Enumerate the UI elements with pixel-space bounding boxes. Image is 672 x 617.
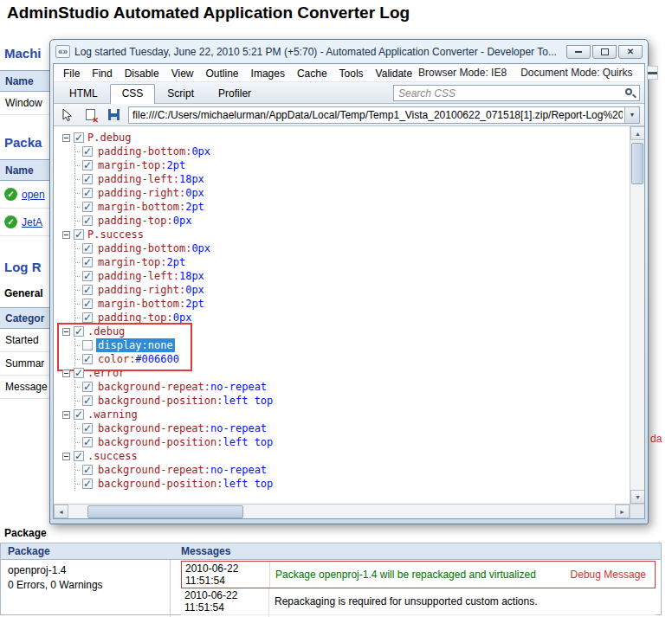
property-checkbox[interactable] [82, 299, 93, 309]
property-checkbox[interactable] [82, 174, 93, 184]
tab-script[interactable]: Script [155, 84, 206, 103]
css-property-row[interactable]: background-repeat : no-repeat [75, 421, 630, 435]
property-checkbox[interactable] [82, 243, 93, 254]
maximize-button[interactable] [592, 45, 617, 59]
vertical-scrollbar[interactable]: ▲ ▼ [630, 126, 644, 504]
horizontal-scroll-thumb[interactable] [87, 505, 243, 518]
pin-button[interactable] [647, 66, 658, 80]
css-property-row[interactable]: padding-top : 0px [75, 214, 630, 228]
css-property-row[interactable]: padding-right : 0px [75, 186, 630, 200]
menu-item-file[interactable]: File [57, 66, 86, 81]
property-checkbox[interactable] [82, 285, 93, 295]
document-mode-label[interactable]: Document Mode: Quirks [520, 67, 632, 79]
css-property-row[interactable]: background-repeat : no-repeat [75, 380, 630, 394]
scroll-right-button[interactable]: ► [615, 505, 630, 518]
css-property-row[interactable]: display : none [75, 338, 630, 352]
vertical-scroll-thumb[interactable] [631, 143, 643, 184]
tab-css[interactable]: CSS [110, 84, 156, 104]
property-checkbox[interactable] [82, 479, 93, 489]
css-property-row[interactable]: margin-top : 2pt [75, 255, 630, 269]
rule-checkbox[interactable] [74, 326, 84, 337]
property-checkbox[interactable] [82, 437, 93, 447]
property-text: margin-bottom : 2pt [96, 297, 206, 311]
tab-profiler[interactable]: Profiler [206, 84, 263, 103]
collapse-icon[interactable] [62, 370, 70, 377]
collapse-icon[interactable] [62, 453, 70, 460]
property-checkbox[interactable] [82, 160, 93, 170]
property-checkbox[interactable] [82, 257, 93, 267]
rule-checkbox[interactable] [74, 451, 84, 461]
tab-html[interactable]: HTML [57, 84, 110, 103]
property-separator: : [142, 338, 148, 352]
property-checkbox[interactable] [82, 312, 93, 323]
collapse-icon[interactable] [62, 231, 70, 239]
rule-checkbox[interactable] [74, 368, 84, 378]
property-checkbox[interactable] [82, 465, 93, 475]
property-checkbox[interactable] [82, 395, 93, 406]
css-property-row[interactable]: background-position : left top [75, 394, 630, 408]
css-property-row[interactable]: padding-bottom : 0px [75, 145, 630, 158]
select-element-button[interactable] [58, 106, 75, 124]
search-icon[interactable] [624, 87, 636, 100]
minimize-button[interactable] [566, 45, 591, 59]
css-property-row[interactable]: padding-bottom : 0px [75, 241, 630, 255]
menu-item-disable[interactable]: Disable [119, 66, 165, 81]
property-checkbox[interactable] [82, 354, 93, 364]
menu-item-validate[interactable]: Validate [370, 66, 418, 81]
css-property-row[interactable]: padding-left : 18px [75, 172, 630, 186]
css-rule-row[interactable]: P.success [62, 228, 630, 241]
css-property-row[interactable]: background-position : left top [75, 477, 630, 491]
horizontal-scrollbar[interactable]: ◄ ► [54, 504, 644, 518]
scroll-left-button[interactable]: ◄ [54, 505, 68, 518]
css-property-row[interactable]: background-repeat : no-repeat [75, 463, 630, 477]
collapse-icon[interactable] [62, 411, 70, 419]
property-checkbox[interactable] [82, 188, 93, 198]
css-property-row[interactable]: color : #006600 [75, 352, 630, 366]
menu-item-images[interactable]: Images [245, 66, 291, 81]
css-rule-row[interactable]: P.debug [62, 131, 630, 145]
stylesheet-selector[interactable]: file:///C:/Users/michaelurman/AppData/Lo… [128, 106, 640, 124]
search-input[interactable]: Search CSS [393, 85, 640, 101]
css-property-row[interactable]: margin-top : 2pt [75, 158, 630, 172]
property-value: 0px [191, 145, 210, 158]
collapse-icon[interactable] [62, 328, 70, 336]
menu-item-find[interactable]: Find [86, 66, 118, 81]
rule-checkbox[interactable] [74, 132, 84, 143]
css-property-row[interactable]: padding-top : 0px [75, 311, 630, 325]
close-button[interactable]: ✕ [618, 45, 643, 59]
collapse-icon[interactable] [62, 134, 70, 142]
property-checkbox[interactable] [82, 146, 93, 157]
menu-item-tools[interactable]: Tools [333, 66, 370, 81]
property-checkbox[interactable] [82, 215, 93, 226]
rule-checkbox[interactable] [74, 229, 84, 240]
css-property-row[interactable]: background-position : left top [75, 435, 630, 449]
window-titlebar[interactable]: «» Log started Tuesday, June 22, 2010 5:… [53, 40, 645, 63]
menu-item-outline[interactable]: Outline [200, 66, 245, 81]
package-link[interactable]: open [22, 189, 45, 201]
browser-mode-label[interactable]: Browser Mode: IE8 [418, 67, 507, 79]
css-rule-row[interactable]: .warning [62, 408, 630, 421]
property-value: 0px [173, 311, 192, 325]
property-checkbox[interactable] [82, 382, 93, 392]
rule-checkbox[interactable] [74, 409, 84, 420]
css-property-row[interactable]: padding-left : 18px [75, 269, 630, 283]
property-checkbox[interactable] [82, 202, 93, 212]
menu-item-cache[interactable]: Cache [291, 66, 333, 81]
scroll-down-button[interactable]: ▼ [630, 490, 644, 504]
property-checkbox[interactable] [82, 340, 93, 350]
css-rule-row[interactable]: .error [62, 366, 630, 380]
css-property-row[interactable]: margin-bottom : 2pt [75, 297, 630, 311]
success-check-icon: ✓ [4, 188, 17, 201]
property-checkbox[interactable] [82, 423, 93, 434]
css-property-row[interactable]: padding-right : 0px [75, 283, 630, 297]
css-property-row[interactable]: margin-bottom : 2pt [75, 200, 630, 214]
property-checkbox[interactable] [82, 271, 93, 281]
menu-item-view[interactable]: View [165, 66, 200, 81]
scroll-up-button[interactable]: ▲ [630, 126, 644, 140]
css-rule-row[interactable]: .success [62, 449, 630, 463]
stylesheet-dropdown-button[interactable]: ▼ [624, 107, 639, 123]
save-button[interactable] [105, 106, 122, 124]
clear-css-button[interactable]: ✕ [81, 106, 99, 124]
package-link[interactable]: JetA [22, 216, 42, 228]
css-rule-row[interactable]: .debug [62, 325, 630, 338]
